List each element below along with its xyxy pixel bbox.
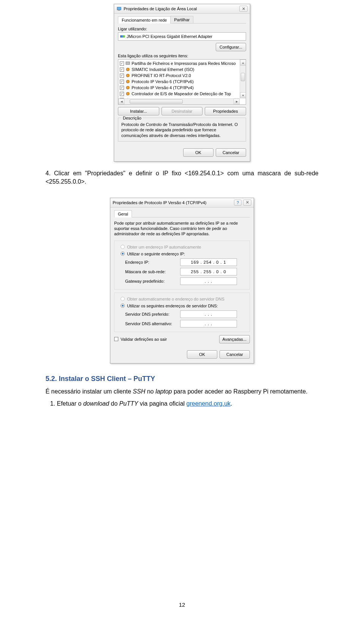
ok-button[interactable]: OK [183, 148, 213, 157]
adapter-icon [120, 34, 125, 39]
text-download: download [83, 400, 109, 407]
help-button[interactable]: ? [234, 200, 242, 206]
radio-obtain-auto[interactable]: Obter um endereço IP automaticamente [118, 245, 246, 249]
gateway-input[interactable]: . . . [180, 277, 237, 285]
cancel-button[interactable]: Cancelar [216, 148, 246, 157]
svg-rect-1 [118, 10, 120, 11]
svg-point-9 [126, 92, 129, 95]
checkbox-icon[interactable]: ✓ [120, 61, 124, 66]
list-item[interactable]: ✓Protocolo IP Versão 4 (TCP/IPv4) [118, 85, 246, 91]
dialog-title: Propriedades de Protocolo IP Versão 4 (T… [113, 200, 234, 205]
dns-group: Obter automaticamente o endereço do serv… [114, 293, 250, 332]
text: Efetuar o [57, 400, 83, 407]
checkbox-icon[interactable]: ✓ [120, 92, 124, 96]
list-item: Efetuar o download do PuTTY via pagina o… [57, 400, 318, 407]
radio-label: Utilizar os seguintes endereços de servi… [127, 304, 218, 308]
connect-using-label: Ligar utilizando: [118, 27, 246, 31]
configure-button[interactable]: Configurar... [216, 43, 246, 51]
text: para poder aceder ao Raspberry Pi remota… [172, 388, 308, 395]
radio-use-following[interactable]: Utilizar o seguinte endereço IP: [118, 252, 246, 256]
adapter-combo[interactable]: JMicron PCI Express Gigabit Ethernet Ada… [118, 32, 246, 41]
radio-dns-manual[interactable]: Utilizar os seguintes endereços de servi… [118, 304, 246, 308]
page-number: 12 [0, 601, 364, 608]
description-label: Descrição [121, 116, 143, 120]
scroll-left-icon[interactable]: ◀ [118, 99, 124, 105]
ok-button[interactable]: OK [187, 350, 217, 359]
body-paragraph: É necessário instalar um cliente SSH no … [46, 387, 318, 396]
description-text: Protocolo de Controlo de Transmissão/Pro… [121, 122, 243, 138]
greenend-link[interactable]: greenend.org.uk [187, 400, 231, 407]
cancel-button[interactable]: Cancelar [220, 350, 250, 359]
help-icon: ? [237, 200, 239, 205]
step-list: Efetuar o download do PuTTY via pagina o… [46, 400, 318, 407]
ip-address-input[interactable]: 169 . 254 . 0 . 1 [180, 258, 237, 266]
text-laptop: laptop [155, 388, 172, 395]
network-properties-dialog: Propriedades de Ligação de Área Local ✕ … [114, 4, 250, 162]
checkbox-icon[interactable]: ✓ [120, 74, 124, 78]
list-item[interactable]: ✓Partilha de Ficheiros e Impressoras par… [118, 60, 246, 66]
item-text: Controlador de E/S de Mapeador de Detecç… [132, 91, 231, 96]
ip-address-group: Obter um endereço IP automaticamente Uti… [114, 241, 250, 290]
list-item[interactable]: ✓PROFINET IO RT-Protocol V2.0 [118, 72, 246, 79]
dns-alternate-label: Servidor DNS alternativo: [125, 321, 180, 326]
radio-icon [121, 297, 125, 301]
network-icon [116, 6, 122, 11]
radio-icon [121, 245, 125, 249]
validate-checkbox-row[interactable]: Validar definições ao sair [114, 337, 167, 342]
ipv4-properties-dialog: Propriedades de Protocolo IP Versão 4 (T… [110, 198, 254, 364]
subnet-mask-label: Máscara de sub-rede: [125, 269, 180, 274]
close-button[interactable]: ✕ [243, 200, 251, 206]
svg-rect-2 [120, 35, 122, 38]
checkbox-icon[interactable] [114, 337, 118, 341]
horizontal-scrollbar[interactable]: ◀ ▶ [118, 98, 240, 104]
tab-networking[interactable]: Funcionamento em rede [118, 16, 171, 24]
items-listbox[interactable]: ✓Partilha de Ficheiros e Impressoras par… [118, 59, 246, 105]
text: . [231, 400, 232, 407]
text: do [109, 400, 119, 407]
tab-general[interactable]: Geral [114, 210, 132, 217]
properties-button[interactable]: Propriedades [205, 107, 246, 115]
tab-sharing[interactable]: Partilhar [170, 16, 193, 23]
text: via pagina oficial [138, 400, 186, 407]
scroll-up-icon[interactable]: ▲ [240, 60, 246, 66]
checkbox-icon[interactable]: ✓ [120, 68, 124, 72]
dns-preferred-label: Servidor DNS preferido: [125, 312, 180, 316]
items-label: Esta ligação utiliza os seguintes itens: [118, 54, 246, 58]
checkbox-icon[interactable]: ✓ [120, 80, 124, 84]
list-item[interactable]: ✓Protocolo IP Versão 6 (TCP/IPv6) [118, 79, 246, 85]
radio-label: Obter um endereço IP automaticamente [127, 245, 201, 249]
vertical-scrollbar[interactable]: ▲ ▼ [240, 60, 246, 98]
dns-alternate-input[interactable]: . . . [180, 320, 237, 327]
adapter-name: JMicron PCI Express Gigabit Ethernet Ada… [127, 34, 212, 39]
protocol-icon [126, 67, 130, 72]
radio-icon [121, 304, 125, 308]
list-item[interactable]: ✓Controlador de E/S de Mapeador de Detec… [118, 91, 246, 97]
svg-point-6 [126, 74, 129, 77]
close-button[interactable]: ✕ [239, 6, 248, 12]
protocol-icon [126, 73, 130, 78]
scroll-thumb[interactable] [130, 99, 183, 104]
item-text: Protocolo IP Versão 6 (TCP/IPv6) [132, 79, 194, 84]
scroll-down-icon[interactable]: ▼ [240, 92, 246, 98]
dialog-titlebar: Propriedades de Ligação de Área Local ✕ [114, 4, 250, 14]
dns-preferred-input[interactable]: . . . [180, 310, 237, 318]
install-button[interactable]: Instalar... [118, 107, 159, 115]
checkbox-icon[interactable]: ✓ [120, 86, 124, 90]
info-text: Pode optar por atribuir automaticamente … [114, 220, 250, 237]
item-text: SIMATIC Industrial Ethernet (ISO) [132, 67, 194, 72]
svg-rect-3 [122, 35, 125, 38]
radio-label: Utilizar o seguinte endereço IP: [127, 252, 185, 256]
list-item[interactable]: ✓SIMATIC Industrial Ethernet (ISO) [118, 66, 246, 72]
scroll-right-icon[interactable]: ▶ [234, 99, 240, 105]
close-icon: ✕ [242, 6, 245, 11]
text-putty: PuTTY [119, 400, 138, 407]
dialog-titlebar: Propriedades de Protocolo IP Versão 4 (T… [110, 198, 254, 208]
text: É necessário instalar um cliente [46, 388, 133, 395]
svg-point-7 [126, 80, 129, 83]
subnet-mask-input[interactable]: 255 . 255 . 0 . 0 [180, 268, 237, 275]
protocol-icon [126, 79, 130, 84]
scroll-thumb[interactable] [241, 73, 245, 81]
advanced-button[interactable]: Avançadas... [219, 335, 250, 343]
ip-address-label: Endereço IP: [125, 260, 180, 264]
radio-dns-auto[interactable]: Obter automaticamente o endereço do serv… [118, 297, 246, 301]
